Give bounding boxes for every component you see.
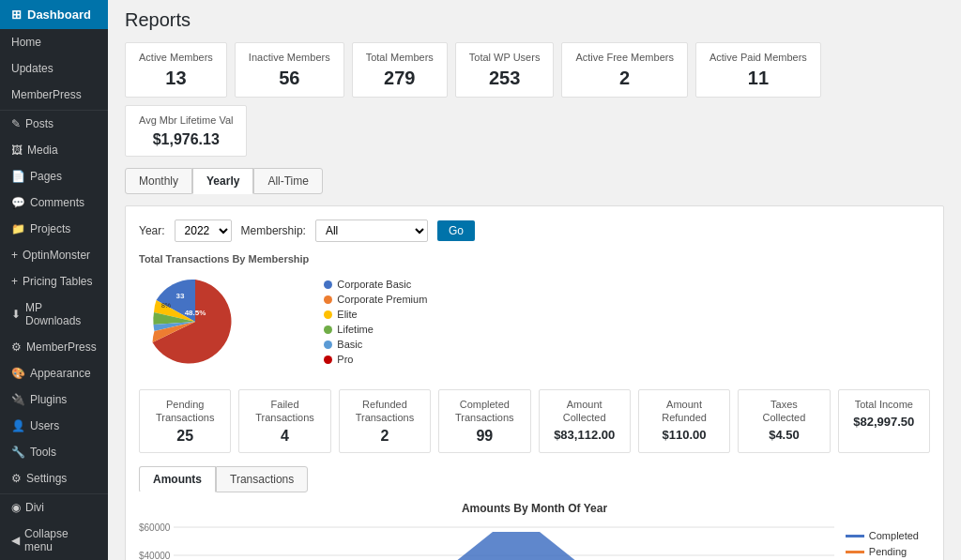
sidebar-item-comments[interactable]: 💬 Comments bbox=[0, 189, 108, 216]
txn-card: Total Income$82,997.50 bbox=[838, 389, 930, 454]
tab-monthly[interactable]: Monthly bbox=[125, 168, 192, 194]
bar-chart-svg bbox=[174, 522, 833, 560]
txn-card: Amount Refunded$110.00 bbox=[638, 389, 730, 454]
sidebar-section-main: ✎ Posts 🖼 Media 📄 Pages 💬 Comments 📁 Pro… bbox=[0, 110, 108, 492]
sidebar-item-users[interactable]: 👤 Users bbox=[0, 413, 108, 439]
txn-value: $83,112.00 bbox=[551, 428, 618, 442]
sidebar-item-settings[interactable]: ⚙ Settings bbox=[0, 465, 108, 492]
legend-dot bbox=[324, 310, 332, 319]
stat-label: Total Members bbox=[366, 51, 434, 64]
stat-card: Active Paid Members11 bbox=[695, 42, 821, 98]
legend-label: Pro bbox=[337, 354, 353, 365]
legend-label: Basic bbox=[337, 339, 362, 350]
sidebar-header-label: Dashboard bbox=[27, 8, 91, 22]
pages-icon: 📄 bbox=[11, 170, 25, 183]
pie-title: Total Transactions By Membership bbox=[139, 253, 309, 265]
transaction-stats: Pending Transactions25Failed Transaction… bbox=[139, 389, 930, 454]
sidebar-item-memberpress[interactable]: MemberPress bbox=[0, 82, 108, 108]
projects-icon: 📁 bbox=[11, 222, 25, 235]
sidebar-item-plugins[interactable]: 🔌 Plugins bbox=[0, 386, 108, 413]
sidebar-item-tools[interactable]: 🔧 Tools bbox=[0, 439, 108, 465]
legend-label: Corporate Basic bbox=[337, 279, 411, 290]
stat-label: Active Members bbox=[139, 51, 213, 64]
chart-legend-line bbox=[846, 551, 864, 553]
sidebar-item-appearance[interactable]: 🎨 Appearance bbox=[0, 360, 108, 386]
legend-item: Corporate Basic bbox=[324, 279, 427, 290]
sidebar-bottom: ◉ Divi ◀ Collapse menu bbox=[0, 493, 108, 560]
txn-value: 2 bbox=[351, 428, 419, 445]
sidebar-item-home[interactable]: Home bbox=[0, 29, 108, 55]
txn-label: Pending Transactions bbox=[151, 398, 219, 425]
txn-label: Amount Refunded bbox=[650, 398, 718, 425]
stat-card: Active Members13 bbox=[125, 42, 227, 98]
sidebar-item-posts[interactable]: ✎ Posts bbox=[0, 111, 108, 137]
bottom-tab-amounts[interactable]: Amounts bbox=[139, 466, 216, 492]
memberpress2-icon: ⚙ bbox=[11, 341, 22, 354]
sidebar-item-memberpress2[interactable]: ⚙ MemberPress bbox=[0, 334, 108, 360]
legend-dot bbox=[324, 325, 332, 334]
chart-legend: CompletedPendingFailedRefunded bbox=[834, 522, 930, 560]
bottom-tabs: AmountsTransactions bbox=[139, 466, 930, 492]
txn-label: Refunded Transactions bbox=[351, 398, 419, 425]
legend-dot bbox=[324, 295, 332, 304]
legend-dot bbox=[324, 356, 332, 364]
collapse-icon: ◀ bbox=[11, 534, 20, 547]
stat-card: Avg Mbr Lifetime Val$1,976.13 bbox=[125, 105, 247, 156]
main-content: Reports Active Members13Inactive Members… bbox=[108, 0, 961, 560]
sidebar-header[interactable]: ⊞ Dashboard bbox=[0, 0, 108, 29]
sidebar-item-divi[interactable]: ◉ Divi bbox=[0, 494, 108, 521]
stat-card: Total Members279 bbox=[352, 42, 448, 98]
tab-yearly[interactable]: Yearly bbox=[192, 168, 253, 194]
txn-label: Amount Collected bbox=[551, 398, 618, 425]
txn-label: Completed Transactions bbox=[450, 398, 518, 425]
stat-label: Inactive Members bbox=[249, 51, 330, 64]
sidebar-item-media[interactable]: 🖼 Media bbox=[0, 137, 108, 163]
memberpress-label: MemberPress bbox=[11, 88, 82, 101]
membership-select[interactable]: All bbox=[315, 219, 428, 242]
sidebar-collapse[interactable]: ◀ Collapse menu bbox=[0, 521, 108, 560]
txn-value: 4 bbox=[251, 428, 318, 445]
tabs-row: MonthlyYearlyAll-Time bbox=[108, 168, 961, 194]
legend-item: Corporate Premium bbox=[324, 294, 427, 305]
chart-legend-item: Completed bbox=[846, 530, 919, 541]
sidebar-item-pages[interactable]: 📄 Pages bbox=[0, 163, 108, 189]
legend-item: Pro bbox=[324, 354, 427, 365]
stat-value: 2 bbox=[575, 68, 674, 89]
sidebar-item-mp-downloads[interactable]: ⬇ MP Downloads bbox=[0, 295, 108, 334]
y-axis-label: $60000 bbox=[139, 522, 170, 533]
go-button[interactable]: Go bbox=[437, 220, 475, 241]
page-header: Reports bbox=[108, 0, 961, 37]
sidebar-item-optinmonster[interactable]: + OptinMonster bbox=[0, 242, 108, 268]
legend-item: Basic bbox=[324, 339, 427, 350]
txn-card: Taxes Collected$4.50 bbox=[738, 389, 830, 454]
txn-card: Completed Transactions99 bbox=[438, 389, 530, 454]
txn-card: Amount Collected$83,112.00 bbox=[539, 389, 631, 454]
stat-label: Avg Mbr Lifetime Val bbox=[139, 114, 233, 127]
txn-value: $82,997.50 bbox=[850, 415, 918, 429]
txn-card: Pending Transactions25 bbox=[139, 389, 231, 454]
tab-all-time[interactable]: All-Time bbox=[253, 168, 323, 194]
sidebar-item-pricing-tables[interactable]: + Pricing Tables bbox=[0, 268, 108, 295]
svg-marker-7 bbox=[446, 532, 587, 560]
year-filter-label: Year: bbox=[139, 224, 165, 237]
chart-legend-item: Pending bbox=[846, 546, 919, 557]
legend-label: Lifetime bbox=[337, 324, 374, 335]
optinmonster-icon: + bbox=[11, 249, 18, 262]
home-label: Home bbox=[11, 36, 41, 49]
stat-value: 56 bbox=[249, 68, 330, 89]
bar-chart-area: Amounts By Month Of Year $60000$40000$20… bbox=[139, 502, 930, 560]
txn-value: $4.50 bbox=[750, 428, 817, 442]
stats-row: Active Members13Inactive Members56Total … bbox=[108, 37, 961, 168]
filter-row: Year: 2022 2021 2020 Membership: All Go bbox=[139, 219, 930, 242]
sidebar-item-updates[interactable]: Updates bbox=[0, 55, 108, 82]
txn-value: $110.00 bbox=[650, 428, 718, 442]
stat-value: 253 bbox=[469, 68, 541, 89]
bottom-tab-transactions[interactable]: Transactions bbox=[216, 466, 308, 492]
posts-icon: ✎ bbox=[11, 117, 21, 130]
year-select[interactable]: 2022 2021 2020 bbox=[175, 219, 232, 242]
appearance-icon: 🎨 bbox=[11, 367, 25, 380]
bar-chart-container: $60000$40000$20000 bbox=[139, 522, 930, 560]
y-axis-label: $40000 bbox=[139, 551, 170, 560]
tools-icon: 🔧 bbox=[11, 446, 25, 459]
sidebar-item-projects[interactable]: 📁 Projects bbox=[0, 216, 108, 242]
